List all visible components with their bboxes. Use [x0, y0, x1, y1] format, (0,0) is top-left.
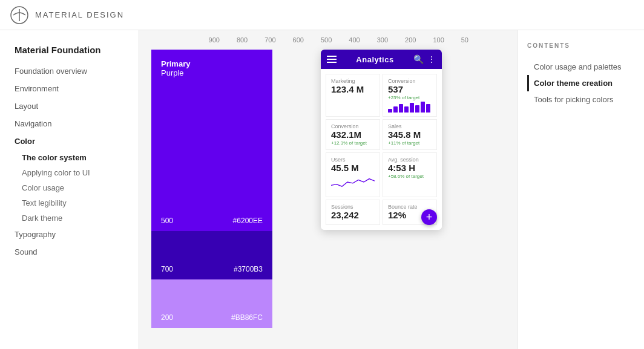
stat-users-label: Users [331, 157, 375, 163]
bar-4 [404, 106, 409, 113]
demo-container: Primary Purple 500 #6200EE 700 #3700B3 2… [139, 50, 517, 340]
stat-conversion-bar-value: 537 [388, 84, 432, 95]
scale-500: 500 [321, 36, 332, 44]
topbar: MATERIAL DESIGN [0, 0, 644, 30]
phone-mockup: Analytics 🔍 ⋮ Marketing 123.4 M [321, 50, 442, 230]
stat-avg-session: Avg. session 4:53 H +58.6% of target [383, 152, 437, 197]
swatch-500-hex: #6200EE [233, 217, 263, 225]
sidebar-item-foundation-overview[interactable]: Foundation overview [0, 62, 139, 80]
topbar-title: MATERIAL DESIGN [35, 10, 124, 19]
swatch-color-label: Purple [161, 68, 263, 77]
fab-button[interactable]: + [421, 209, 437, 225]
sidebar-item-typography[interactable]: Typography [0, 226, 139, 243]
scale-800: 800 [237, 36, 248, 44]
swatch-200-num: 200 [161, 313, 173, 322]
sidebar-sub-applying-color[interactable]: Applying color to UI [0, 165, 139, 180]
toc-panel: CONTENTS Color usage and palettes Color … [517, 30, 644, 349]
line-chart [331, 174, 375, 191]
sidebar-item-layout[interactable]: Layout [0, 97, 139, 115]
phone-container: Analytics 🔍 ⋮ Marketing 123.4 M [321, 50, 442, 230]
sidebar-section-title: Material Foundation [0, 40, 139, 62]
scale-600: 600 [293, 36, 304, 44]
color-swatches: Primary Purple 500 #6200EE 700 #3700B3 2… [151, 50, 272, 328]
stat-bounce-rate-label: Bounce rate [388, 204, 432, 210]
stat-marketing-label: Marketing [331, 78, 375, 84]
bar-chart [388, 100, 432, 113]
scale-400: 400 [349, 36, 360, 44]
sidebar-sub-text-legibility[interactable]: Text legibility [0, 195, 139, 210]
swatch-primary-label: Primary [161, 59, 263, 68]
scale-900: 900 [209, 36, 220, 44]
bar-5 [410, 103, 414, 113]
main-layout: Material Foundation Foundation overview … [0, 30, 644, 349]
stat-marketing: Marketing 123.4 M [326, 74, 380, 117]
bar-3 [399, 104, 403, 113]
stat-conversion2-label: Conversion [331, 123, 375, 129]
stat-conversion2: Conversion 432.1M +12.3% of target [326, 119, 380, 150]
toc-item-color-usage[interactable]: Color usage and palettes [527, 59, 634, 75]
search-icon[interactable]: 🔍 [413, 54, 424, 64]
stat-sales-sub: +11% of target [388, 140, 432, 146]
phone-header-icons: 🔍 ⋮ [413, 54, 436, 64]
phone-header-title: Analytics [356, 55, 393, 64]
swatch-primary: Primary Purple [151, 50, 272, 183]
stat-users: Users 45.5 M [326, 152, 380, 197]
content-area: 900 800 700 600 500 400 300 200 100 50 P… [139, 30, 517, 349]
scale-50: 50 [461, 36, 468, 44]
hamburger-icon[interactable] [327, 56, 337, 63]
swatch-500-num: 500 [161, 217, 173, 225]
swatch-500: 500 #6200EE [151, 183, 272, 231]
bar-2 [393, 106, 398, 113]
scale-200: 200 [405, 36, 416, 44]
bar-6 [415, 105, 419, 113]
swatch-200: 200 #BB86FC [151, 279, 272, 328]
bar-8 [426, 104, 430, 113]
stat-sessions-label: Sessions [331, 204, 375, 210]
stat-conversion2-sub: +12.3% of target [331, 140, 375, 146]
sidebar-item-navigation[interactable]: Navigation [0, 115, 139, 132]
swatch-700-hex: #3700B3 [234, 265, 263, 273]
stat-avg-session-value: 4:53 H [388, 163, 432, 174]
stat-users-value: 45.5 M [331, 163, 375, 174]
swatch-700-num: 700 [161, 265, 173, 273]
scale-ruler: 900 800 700 600 500 400 300 200 100 50 [139, 30, 517, 50]
stat-conversion-bar-label: Conversion [388, 78, 432, 84]
logo [10, 5, 29, 25]
stat-sessions: Sessions 23,242 [326, 200, 380, 225]
sidebar-item-environment[interactable]: Environment [0, 80, 139, 97]
stat-conversion-bar: Conversion 537 +23% of target [383, 74, 437, 117]
sidebar: Material Foundation Foundation overview … [0, 30, 139, 349]
sidebar-sub-dark-theme[interactable]: Dark theme [0, 210, 139, 226]
swatch-200-hex: #BB86FC [231, 313, 263, 322]
stat-avg-session-sub: +58.6% of target [388, 174, 432, 179]
scale-100: 100 [433, 36, 444, 44]
swatch-700: 700 #3700B3 [151, 231, 272, 279]
stat-sales: Sales 345.8 M +11% of target [383, 119, 437, 150]
sidebar-category-color[interactable]: Color [0, 132, 139, 150]
phone-body: Marketing 123.4 M Conversion 537 +23% of… [321, 69, 442, 230]
stat-sales-value: 345.8 M [388, 129, 432, 140]
sidebar-sub-color-system[interactable]: The color system [0, 150, 139, 165]
phone-header: Analytics 🔍 ⋮ [321, 50, 442, 69]
stat-marketing-value: 123.4 M [331, 84, 375, 95]
phone-body-wrapper: Marketing 123.4 M Conversion 537 +23% of… [321, 69, 442, 230]
scale-700: 700 [264, 36, 275, 44]
sidebar-item-sound[interactable]: Sound [0, 243, 139, 261]
toc-title: CONTENTS [527, 42, 634, 49]
scale-300: 300 [377, 36, 388, 44]
more-icon[interactable]: ⋮ [427, 54, 436, 64]
stat-conversion-bar-sub: +23% of target [388, 95, 432, 100]
stat-sessions-value: 23,242 [331, 210, 375, 221]
stat-sales-label: Sales [388, 123, 432, 129]
stat-avg-session-label: Avg. session [388, 157, 432, 163]
sidebar-sub-color-usage[interactable]: Color usage [0, 180, 139, 195]
toc-item-color-theme[interactable]: Color theme creation [527, 75, 634, 91]
bar-7 [421, 102, 425, 113]
toc-item-tools[interactable]: Tools for picking colors [527, 91, 634, 108]
stat-conversion2-value: 432.1M [331, 129, 375, 140]
bar-1 [388, 109, 392, 113]
